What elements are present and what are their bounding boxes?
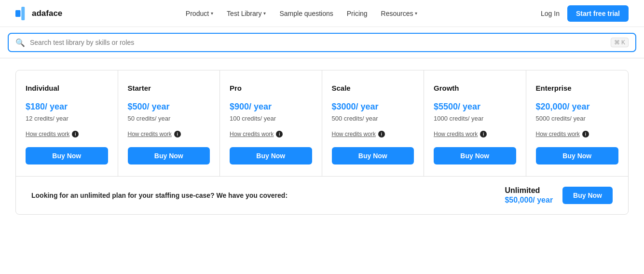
nav-item-test-library[interactable]: Test Library ▾ bbox=[227, 10, 266, 17]
search-icon: 🔍 bbox=[15, 38, 25, 47]
plan-enterprise: Enterprise $20,000/ year 5000 credits/ y… bbox=[526, 70, 629, 176]
how-credits-starter[interactable]: How credits work i bbox=[128, 131, 181, 137]
nav-item-pricing[interactable]: Pricing bbox=[347, 10, 368, 17]
search-input[interactable] bbox=[30, 39, 606, 46]
how-credits-growth[interactable]: How credits work i bbox=[434, 131, 487, 137]
unlimited-right: Unlimited $50,000/ year Buy Now bbox=[505, 186, 613, 205]
search-bar: 🔍 ⌘ K bbox=[8, 33, 636, 52]
plan-price-individual: $180/ year bbox=[26, 102, 68, 112]
pricing-section: Individual $180/ year 12 credits/ year H… bbox=[0, 58, 644, 215]
plan-credits-growth: 1000 credits/ year bbox=[434, 115, 483, 122]
unlimited-row: Looking for an unlimited plan for your s… bbox=[16, 177, 628, 214]
how-credits-individual[interactable]: How credits work i bbox=[26, 131, 79, 137]
plan-individual: Individual $180/ year 12 credits/ year H… bbox=[16, 70, 118, 176]
plan-credits-starter: 50 credits/ year bbox=[128, 115, 171, 122]
plan-pro: Pro $900/ year 100 credits/ year How cre… bbox=[220, 70, 322, 176]
nav-item-product[interactable]: Product ▾ bbox=[186, 10, 213, 17]
plan-name-starter: Starter bbox=[128, 84, 151, 92]
plan-price-scale: $3000/ year bbox=[332, 102, 379, 112]
plan-price-enterprise: $20,000/ year bbox=[536, 102, 590, 112]
plan-name-individual: Individual bbox=[26, 84, 59, 92]
nav-item-sample-questions[interactable]: Sample questions bbox=[279, 10, 333, 17]
info-icon: i bbox=[480, 131, 487, 137]
navbar: adaface Product ▾ Test Library ▾ Sample … bbox=[0, 0, 644, 27]
plan-credits-scale: 500 credits/ year bbox=[332, 115, 378, 122]
plan-starter: Starter $500/ year 50 credits/ year How … bbox=[118, 70, 220, 176]
plan-price-growth: $5500/ year bbox=[434, 102, 480, 112]
plan-name-growth: Growth bbox=[434, 84, 459, 92]
unlimited-description: Looking for an unlimited plan for your s… bbox=[31, 192, 288, 199]
logo-icon bbox=[15, 7, 29, 20]
buy-now-individual[interactable]: Buy Now bbox=[26, 147, 108, 164]
unlimited-info: Unlimited $50,000/ year bbox=[505, 186, 553, 205]
search-shortcut: ⌘ K bbox=[611, 38, 629, 47]
nav-right: Log In Start free trial bbox=[541, 5, 629, 22]
info-icon: i bbox=[582, 131, 589, 137]
plan-price-pro: $900/ year bbox=[230, 102, 272, 112]
info-icon: i bbox=[276, 131, 283, 137]
start-trial-button[interactable]: Start free trial bbox=[567, 5, 629, 22]
pricing-grid: Individual $180/ year 12 credits/ year H… bbox=[15, 70, 629, 215]
chevron-down-icon: ▾ bbox=[415, 11, 417, 16]
info-icon: i bbox=[174, 131, 181, 137]
plans-row: Individual $180/ year 12 credits/ year H… bbox=[16, 70, 628, 177]
chevron-down-icon: ▾ bbox=[211, 11, 213, 16]
plan-credits-enterprise: 5000 credits/ year bbox=[536, 115, 586, 122]
how-credits-enterprise[interactable]: How credits work i bbox=[536, 131, 589, 137]
plan-name-pro: Pro bbox=[230, 84, 242, 92]
how-credits-pro[interactable]: How credits work i bbox=[230, 131, 283, 137]
unlimited-label: Unlimited bbox=[505, 186, 553, 195]
buy-now-starter[interactable]: Buy Now bbox=[128, 147, 210, 164]
buy-now-scale[interactable]: Buy Now bbox=[332, 147, 414, 164]
plan-price-starter: $500/ year bbox=[128, 102, 170, 112]
logo[interactable]: adaface bbox=[15, 7, 62, 20]
svg-rect-0 bbox=[15, 10, 21, 17]
buy-now-pro[interactable]: Buy Now bbox=[230, 147, 312, 164]
plan-name-scale: Scale bbox=[332, 84, 351, 92]
plan-name-enterprise: Enterprise bbox=[536, 84, 572, 92]
buy-now-growth[interactable]: Buy Now bbox=[434, 147, 516, 164]
info-icon: i bbox=[72, 131, 79, 137]
nav-center: Product ▾ Test Library ▾ Sample question… bbox=[186, 10, 418, 17]
buy-now-unlimited[interactable]: Buy Now bbox=[562, 187, 613, 204]
logo-text: adaface bbox=[32, 9, 62, 18]
chevron-down-icon: ▾ bbox=[263, 11, 266, 16]
search-bar-section: 🔍 ⌘ K bbox=[0, 27, 644, 58]
plan-growth: Growth $5500/ year 1000 credits/ year Ho… bbox=[424, 70, 526, 176]
info-icon: i bbox=[378, 131, 385, 137]
plan-credits-pro: 100 credits/ year bbox=[230, 115, 276, 122]
plan-credits-individual: 12 credits/ year bbox=[26, 115, 69, 122]
buy-now-enterprise[interactable]: Buy Now bbox=[536, 147, 619, 164]
how-credits-scale[interactable]: How credits work i bbox=[332, 131, 385, 137]
svg-rect-1 bbox=[21, 7, 25, 20]
plan-scale: Scale $3000/ year 500 credits/ year How … bbox=[322, 70, 425, 176]
login-button[interactable]: Log In bbox=[541, 10, 560, 17]
unlimited-price: $50,000/ year bbox=[505, 196, 553, 205]
nav-item-resources[interactable]: Resources ▾ bbox=[381, 10, 418, 17]
